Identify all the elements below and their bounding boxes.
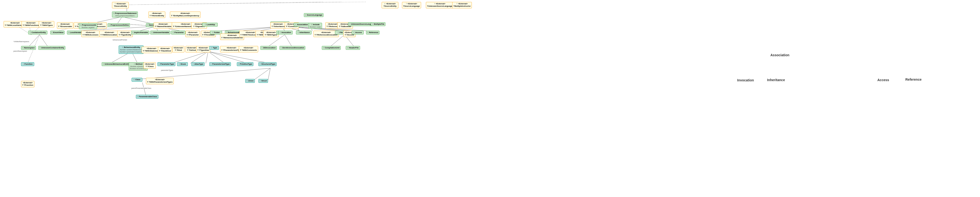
node-tmultipleinstructor: T <External>TMultipleInstructor [452, 2, 472, 8]
node-tinheritance: <External>T TInheritance [270, 22, 286, 29]
node-unknownvariable: C UnknownVariable [150, 31, 170, 35]
node-tunknownsourcelang: T <External>TUnknownSourceLanguage [426, 2, 453, 8]
node-association: C Association [294, 23, 309, 27]
node-sourcelanguage: C SourceLanguage [304, 13, 323, 17]
label-access-big: Access [877, 78, 889, 82]
node-access: C Access [352, 31, 364, 35]
node-ttypealias: <External>T TTypeAlias [196, 46, 210, 52]
svg-line-41 [127, 2, 323, 5]
node-ttypeentity: <External>T TTypeEntity [117, 31, 133, 37]
node-twithtypes: <External>T TWithTypes [39, 21, 54, 27]
node-localvariable: C LocalVariable [67, 31, 83, 35]
node-parameter: C Parameter [171, 31, 185, 35]
node-tiskind: <External>T TIsKind [185, 46, 197, 52]
label-parentparameterableclass: parentParameterableClass [131, 87, 151, 89]
node-preprocessorid: C PreprocessorId Boolean negated [79, 23, 97, 29]
node-include: C Include Boolean scalar [309, 23, 322, 29]
node-enumvalue: C EnumValue [50, 31, 65, 35]
node-invocation: C Invocation [278, 31, 293, 35]
node-tkind: <External>T TKind [172, 46, 185, 52]
diagram-container: T <External>TSourceEntity C <External>TS… [0, 0, 980, 197]
node-dereferencedInvocation: C DereferencedInvocation [280, 46, 305, 50]
node-implicitvariable: C ImplicitVariable [131, 31, 149, 35]
svg-line-43 [127, 2, 366, 5]
node-cmultiplefile: C MultipleFile [371, 22, 385, 26]
label-invocation-big: Invocation [737, 78, 754, 82]
node-twithaccesses2: <External>T TWithAccesses [81, 31, 100, 37]
node-headerfile: C HeaderFile [346, 46, 360, 50]
node-preprocessordefine: C PreprocessorDefine [108, 23, 130, 27]
svg-line-13 [171, 51, 208, 64]
node-containerentity: C ContainerEntity [28, 31, 48, 35]
svg-line-20 [268, 68, 270, 80]
node-tnamedvariable: <External>T TNamedVariable [154, 22, 172, 29]
node-class: C Class [132, 78, 142, 82]
svg-line-21 [141, 68, 270, 79]
label-inheritance-big: Inheritance [767, 78, 785, 82]
node-tfunction: <External>T TFunction [21, 81, 35, 87]
node-struct: C Struct [258, 79, 268, 83]
node-lookitup: C LookitUp [202, 23, 218, 27]
node-parameterizedtype: C ParameterizedType [209, 62, 231, 66]
label-reference-big: Reference [905, 78, 922, 81]
node-csourceentity-top2: C <External>TSourceEntity [382, 2, 398, 8]
node-reference: C Reference [366, 31, 379, 35]
svg-line-19 [254, 68, 270, 80]
node-behaviouralentity: C BehaviouralEntity Number numberOfState… [119, 46, 143, 54]
label-association-big: Association [770, 53, 789, 57]
svg-line-16 [208, 51, 225, 64]
node-twithinvocations: <External>T TWithInvocations [99, 31, 119, 37]
node-unknownbehaviouralentity: C UnknownBehaviouralEntity [102, 62, 130, 66]
svg-line-24 [285, 35, 292, 47]
label-parentchildnamespaces: *childedNamespaces [13, 41, 29, 42]
node-type: C Type [209, 46, 219, 50]
node-primitivetype: C PrimitiveType [237, 62, 253, 66]
node-inheritance: C Inheritance [296, 31, 312, 35]
node-compilationunit: C CompilationUnit [322, 46, 341, 50]
node-parameterableclass: C ParameterableClass [136, 95, 158, 98]
node-aliastype: C AliasType [191, 62, 205, 66]
node-enum: C Enum [177, 62, 188, 66]
svg-line-3 [117, 17, 122, 24]
node-tparameter: <External>T TParameter [185, 31, 200, 37]
node-texternal-themedentity: <External>T THemedEntity [148, 11, 165, 18]
svg-line-22 [142, 83, 146, 96]
node-namespace: C Namespace [21, 46, 36, 50]
node-twithparameterizedtypes: <External>T TWithParameterizedTypes [146, 78, 174, 84]
node-tsourceentity-top: T <External>TSourceEntity [112, 2, 129, 8]
node-union: C Union [245, 79, 255, 83]
svg-line-42 [127, 2, 342, 5]
svg-line-8 [29, 35, 40, 47]
svg-line-15 [206, 51, 208, 64]
label-behaviouralpointed: behaviouralPointed [113, 39, 127, 41]
svg-line-18 [208, 51, 270, 64]
node-tentitymaclevel: <External>T TEntityMacLevelDependency [170, 11, 200, 18]
svg-line-17 [208, 51, 248, 64]
node-preprocessorstatement: C PreprocessorStatement String preproces… [112, 11, 138, 17]
label-parametertypes: parameterTypes [161, 70, 173, 71]
node-unknowncontainerentity: C UnknownContainerEntity [38, 46, 65, 50]
node-twithfunctions: <External>T TWithFunctions [22, 21, 40, 27]
node-structuredtype: C StructuredType [258, 62, 277, 66]
node-tenumerable: <External>T TEnumerable [57, 22, 73, 29]
node-twithcomments3: <External>T TWithComments [239, 46, 258, 52]
node-function: C Function [21, 62, 34, 66]
node-tclass: <External>T TClass [143, 62, 156, 69]
label-parentnamespace: parentNamespace [13, 50, 27, 52]
svg-line-14 [190, 51, 208, 64]
node-parametertype: C ParameterType [158, 62, 175, 66]
node-ddinvocation: C DDInvocation [260, 46, 277, 50]
node-tsourcelang-top: T <External>TSourceLanguage [402, 2, 421, 8]
node-thashkind: <External>T THashKind [158, 47, 172, 53]
svg-line-9 [40, 35, 48, 47]
